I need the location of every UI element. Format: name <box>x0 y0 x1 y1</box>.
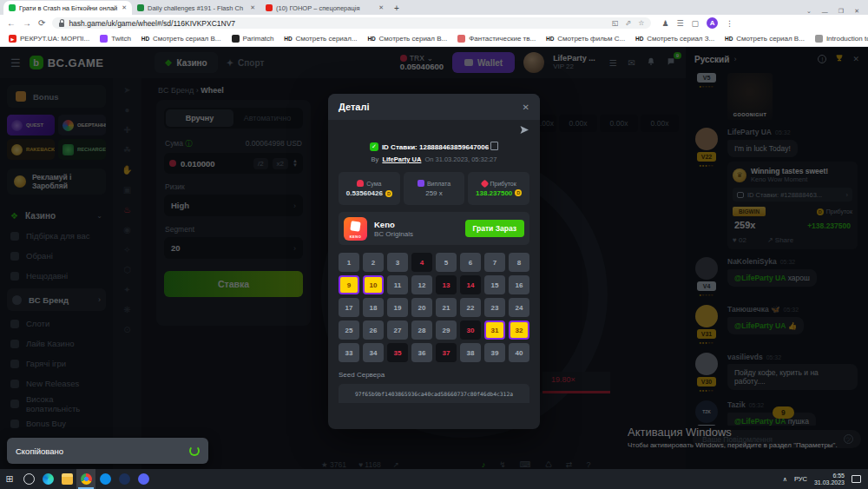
yt-favicon: ▶ <box>9 35 16 43</box>
browser-tab[interactable]: (10) ГОНОР – спецоперація✕ <box>260 1 389 15</box>
keno-cell: 22 <box>460 298 481 317</box>
keno-cell: 4 <box>411 253 432 272</box>
chrome-icon[interactable] <box>76 469 95 489</box>
keno-cell: 10 <box>363 275 384 294</box>
bookmark-label: Смотреть фильм С... <box>557 35 625 43</box>
window-chevron-icon[interactable]: ⌄ <box>806 8 812 15</box>
bcgame-favicon <box>9 4 16 11</box>
search-button[interactable] <box>19 469 38 489</box>
keno-cell: 23 <box>484 298 505 317</box>
reload-button[interactable]: ⟳ <box>38 18 45 28</box>
window-minimize-button[interactable]: — <box>822 9 828 15</box>
url-text[interactable]: hash.game/uk/game/wheel#/sd/116KIVKPXC1N… <box>69 19 235 28</box>
start-button[interactable]: ⊞ <box>0 469 19 489</box>
copy-icon[interactable] <box>492 143 498 150</box>
keno-cell: 29 <box>436 320 457 340</box>
forward-button[interactable]: → <box>23 18 31 28</box>
bet-author-link[interactable]: LifeParty UA <box>382 155 421 163</box>
stat-number: 0.53560426 <box>346 189 383 197</box>
amount-icon <box>357 180 364 187</box>
keno-cell: 11 <box>387 275 408 294</box>
keno-cell: 36 <box>411 343 432 362</box>
game-card: KENO Keno BC Originals Грати Зараз <box>339 212 529 245</box>
keno-cell: 27 <box>387 320 408 340</box>
keyboard-language[interactable]: РУС <box>794 475 807 483</box>
file-explorer-icon[interactable] <box>57 469 76 489</box>
bookmark-star-icon[interactable]: ☆ <box>638 19 644 27</box>
stat-label: Виплата <box>427 181 450 187</box>
browser-menu-icon[interactable]: ⋮ <box>726 19 733 28</box>
edge-icon[interactable] <box>38 469 57 489</box>
back-button[interactable]: ← <box>7 18 16 28</box>
discord-icon[interactable] <box>134 469 153 489</box>
keno-cell: 18 <box>363 298 384 317</box>
tab-title: (10) ГОНОР – спецоперація <box>276 4 375 12</box>
notification-center-icon[interactable] <box>852 475 861 483</box>
tab-close-icon[interactable]: ✕ <box>250 4 255 11</box>
bookmark-item[interactable]: HDСмотреть сериал З... <box>635 35 714 43</box>
tab-close-icon[interactable]: ✕ <box>378 4 384 11</box>
tab-title: Грати в Crash на Біткойни онлай <box>19 4 118 12</box>
bookmark-label: Смотреть сериал В... <box>736 35 805 43</box>
stat-label: Сума <box>366 181 381 187</box>
keno-cell: 16 <box>509 275 529 294</box>
browser-tab[interactable]: Грати в Crash на Біткойни онлай✕ <box>3 1 132 15</box>
play-now-button[interactable]: Грати Зараз <box>465 220 524 237</box>
bookmark-item[interactable]: HDСмотреть сериал... <box>285 35 358 43</box>
tray-expand-icon[interactable]: ∧ <box>783 476 787 483</box>
bet-details-modal: Деталі ✕ ✓ ID Ставки: 128888463859647006… <box>328 94 540 429</box>
address-bar[interactable]: hash.game/uk/game/wheel#/sd/116KIVKPXC1N… <box>52 17 651 29</box>
keno-cell: 13 <box>436 275 457 294</box>
keno-cell: 35 <box>387 343 408 362</box>
steam-icon[interactable] <box>115 469 134 489</box>
verified-shield-icon: ✓ <box>370 142 378 151</box>
bookmark-item[interactable]: Twitch <box>100 35 131 43</box>
browser-profile-avatar[interactable]: A <box>707 17 718 29</box>
bookmark-item[interactable]: Фантастические тв... <box>457 35 536 43</box>
youtube-favicon <box>266 4 273 11</box>
twitch-favicon <box>100 35 108 43</box>
window-close-button[interactable]: ✕ <box>854 8 859 15</box>
browser-tab[interactable]: Daily challenges #191 - Flash Ch✕ <box>132 1 260 15</box>
modal-close-icon[interactable]: ✕ <box>523 102 529 112</box>
new-tab-button[interactable]: + <box>394 3 399 13</box>
server-seed-value[interactable]: 97f65b9bf1403865936ca40cad58660737c80f46… <box>339 384 529 403</box>
teamviewer-icon[interactable] <box>95 469 115 489</box>
keno-cell: 6 <box>460 253 481 272</box>
keno-cell: 33 <box>339 343 359 362</box>
bookmark-item[interactable]: Introduction to DeF... <box>815 35 868 43</box>
reading-list-icon[interactable]: ☰ <box>676 19 683 28</box>
bookmark-item[interactable]: HDСмотреть фильм С... <box>546 35 625 43</box>
dark-favicon <box>232 35 240 43</box>
bookmark-label: Смотреть сериал В... <box>379 35 448 43</box>
share-bet-icon[interactable] <box>519 125 529 141</box>
keno-cell: 9 <box>339 275 359 294</box>
side-panel-icon[interactable]: ▢ <box>692 19 700 28</box>
tab-title: Daily challenges #191 - Flash Ch <box>148 4 247 12</box>
modal-header: Деталі ✕ <box>328 94 540 120</box>
extensions-icon[interactable]: ♟ <box>661 19 668 28</box>
share-icon[interactable]: ⬀ <box>626 19 632 27</box>
hd-favicon: HD <box>285 35 293 43</box>
keno-cell: 7 <box>484 253 505 272</box>
stat-value: 259 x <box>425 189 443 197</box>
bookmark-label: РЕКРУТ.UA: МОРПІ... <box>20 35 89 43</box>
keno-cell: 31 <box>484 320 505 340</box>
bet-stat-amount: Сума0.53560426D <box>339 172 400 205</box>
bookmark-label: Introduction to DeF... <box>826 35 868 43</box>
bookmark-item[interactable]: ▶РЕКРУТ.UA: МОРПІ... <box>9 35 89 43</box>
screenshot-icon[interactable]: ◱ <box>612 19 619 27</box>
stat-number: 259 x <box>425 189 443 197</box>
taskbar-clock[interactable]: 6:55 31.03.2023 <box>814 472 845 486</box>
keno-cell: 5 <box>436 253 457 272</box>
keno-grid: 1234567891011121314151617181920212223242… <box>339 253 529 362</box>
keno-game-icon: KENO <box>344 217 367 241</box>
bookmark-label: Смотреть сериал З... <box>647 35 714 43</box>
tab-close-icon[interactable]: ✕ <box>122 4 127 11</box>
bookmark-item[interactable]: HDСмотреть сериал В... <box>368 35 448 43</box>
bookmark-item[interactable]: Parimatch <box>232 35 274 43</box>
modal-title: Деталі <box>339 102 370 112</box>
bookmark-item[interactable]: HDСмотреть сериал В... <box>725 35 805 43</box>
window-restore-button[interactable]: ❐ <box>838 8 844 15</box>
bookmark-item[interactable]: HDСмотреть сериал В... <box>141 35 221 43</box>
